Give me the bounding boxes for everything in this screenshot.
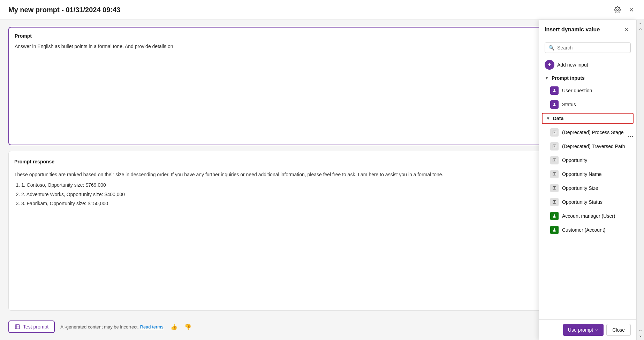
account-manager-icon [550,212,559,220]
opportunity-name-item[interactable]: Opportunity Name [539,167,636,181]
customer-account-item[interactable]: Customer (Account) [539,223,636,237]
more-options-menu[interactable]: ⋯ [627,132,634,140]
panel-content: + Add new input ▼ Prompt inputs User que… [539,57,636,319]
opportunity-status-item[interactable]: Opportunity Status [539,195,636,209]
response-header: Prompt response [14,157,630,167]
read-terms-link[interactable]: Read terms [140,324,164,330]
data-chevron: ▼ [546,116,550,121]
opportunity-item[interactable]: Opportunity [539,153,636,167]
response-label: Prompt response [14,159,54,164]
page-title: My new prompt - 01/31/2024 09:43 [8,6,120,14]
add-icon: + [545,60,554,70]
ai-disclaimer: AI-generated content may be incorrect. R… [60,324,164,330]
svg-point-6 [554,103,555,105]
panel-header: Insert dynamic value [539,20,636,38]
dynamic-value-panel: Insert dynamic value 🔍 + Add new input ▼… [539,20,636,340]
prompt-label: Prompt [15,33,32,39]
data-section-highlighted: ▼ Data [542,113,634,124]
close-button[interactable]: Close [606,324,631,336]
far-right-scrollbar: ⌃ ⌃ ⌄ ⌄ [636,20,644,340]
panel-title: Insert dynamic value [545,26,600,33]
search-input-wrapper: 🔍 [545,42,631,53]
response-content: These opportunities are ranked based on … [14,171,630,208]
deprecated-traversed-path-item[interactable]: (Deprecated) Traversed Path [539,139,636,153]
account-manager-item[interactable]: Account manager (User) [539,209,636,223]
scroll-down2-icon[interactable]: ⌄ [638,332,643,338]
deprecated-process-stage-icon [550,128,559,137]
panel-close-button[interactable] [622,25,631,34]
data-section-header[interactable]: ▼ Data [543,114,633,123]
deprecated-process-stage-item[interactable]: (Deprecated) Process Stage [539,125,636,139]
use-prompt-button[interactable]: Use prompt [563,324,604,336]
panel-bottom-actions: Use prompt Close [539,319,636,340]
svg-point-31 [554,214,555,216]
search-input[interactable] [557,45,627,51]
close-icon[interactable] [627,6,636,14]
opportunity-icon [550,156,559,164]
test-prompt-button[interactable]: Test prompt [8,320,55,333]
svg-point-5 [554,89,555,91]
search-icon: 🔍 [548,45,554,51]
add-new-input-button[interactable]: + Add new input [539,57,636,72]
thumbs-up-icon[interactable]: 👍 [171,324,177,330]
svg-point-32 [554,228,555,230]
scroll-up2-icon[interactable]: ⌃ [638,28,643,33]
user-question-icon [550,86,559,95]
search-container: 🔍 [539,38,636,57]
data-section-label: Data [553,116,563,121]
opportunity-size-item[interactable]: Opportunity Size [539,181,636,195]
customer-account-icon [550,226,559,234]
opportunity-status-icon [550,198,559,206]
prompt-content: Answer in English as bullet points in a … [15,43,629,50]
status-item[interactable]: Status [539,98,636,111]
scroll-up-icon[interactable]: ⌃ [638,22,643,28]
status-icon [550,100,559,109]
response-list: 1. Contoso, Opportunity size: $769,000 2… [14,181,630,207]
prompt-inputs-chevron: ▼ [545,76,549,80]
deprecated-traversed-path-icon [550,142,559,150]
settings-icon[interactable] [613,6,622,14]
top-bar-icons [613,6,636,14]
prompt-inputs-label: Prompt inputs [552,75,585,81]
top-bar: My new prompt - 01/31/2024 09:43 [0,0,644,20]
svg-point-0 [617,9,619,11]
prompt-inputs-section-header[interactable]: ▼ Prompt inputs [539,72,636,84]
thumbs-down-icon[interactable]: 👎 [184,324,191,330]
opportunity-size-icon [550,184,559,192]
user-question-item[interactable]: User question [539,84,636,98]
scroll-down-icon[interactable]: ⌄ [638,327,643,332]
prompt-box-header: Prompt + Insert [15,33,629,39]
opportunity-name-icon [550,170,559,178]
